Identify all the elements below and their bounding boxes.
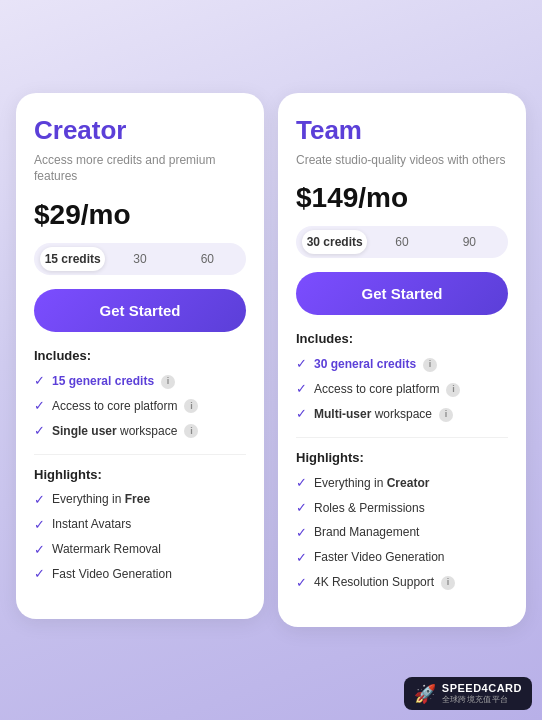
creator-includes-list: ✓15 general creditsi✓Access to core plat… (34, 373, 246, 440)
team-include-link-0[interactable]: 30 general credits (314, 357, 416, 371)
creator-bold-2: Single user (52, 424, 117, 438)
section-divider (34, 454, 246, 455)
team-plan-name: Team (296, 115, 508, 146)
checkmark-icon: ✓ (34, 517, 45, 534)
creator-get-started-button[interactable]: Get Started (34, 289, 246, 332)
team-include-text-2: Multi-user workspace (314, 407, 432, 423)
creator-includes-title: Includes: (34, 348, 246, 363)
creator-highlight-text-3: Fast Video Generation (52, 567, 172, 583)
creator-highlight-item-1: ✓Instant Avatars (34, 517, 246, 534)
creator-credit-option-2[interactable]: 60 (175, 247, 240, 271)
info-icon[interactable]: i (423, 358, 437, 372)
creator-highlight-bold-0: Free (125, 492, 150, 506)
creator-plan-desc: Access more credits and premium features (34, 152, 246, 186)
team-plan-desc: Create studio-quality videos with others (296, 152, 508, 169)
info-icon[interactable]: i (184, 399, 198, 413)
checkmark-icon: ✓ (34, 373, 45, 390)
checkmark-icon: ✓ (34, 542, 45, 559)
team-credit-option-0[interactable]: 30 credits (302, 230, 367, 254)
team-include-text-0: 30 general credits (314, 357, 416, 373)
creator-highlight-item-2: ✓Watermark Removal (34, 542, 246, 559)
creator-plan-price: $29/mo (34, 199, 246, 231)
section-divider (296, 437, 508, 438)
info-icon[interactable]: i (184, 424, 198, 438)
creator-highlights-title: Highlights: (34, 467, 246, 482)
checkmark-icon: ✓ (296, 356, 307, 373)
creator-include-text-1: Access to core platform (52, 399, 177, 415)
creator-credit-option-0[interactable]: 15 credits (40, 247, 105, 271)
creator-highlight-item-0: ✓Everything in Free (34, 492, 246, 509)
team-credits-selector[interactable]: 30 credits6090 (296, 226, 508, 258)
team-highlight-item-0: ✓Everything in Creator (296, 475, 508, 492)
info-icon[interactable]: i (446, 383, 460, 397)
info-icon[interactable]: i (161, 375, 175, 389)
team-plan-price: $149/mo (296, 182, 508, 214)
watermark-sub: 全球跨境充值平台 (442, 694, 522, 705)
creator-include-text-0: 15 general credits (52, 374, 154, 390)
team-includes-title: Includes: (296, 331, 508, 346)
creator-include-text-2: Single user workspace (52, 424, 177, 440)
info-icon[interactable]: i (441, 576, 455, 590)
watermark-badge: 🚀 SPEED4CARD 全球跨境充值平台 (404, 677, 532, 710)
creator-credit-option-1[interactable]: 30 (107, 247, 172, 271)
team-highlight-bold-0: Creator (387, 476, 430, 490)
team-highlight-text-3: Faster Video Generation (314, 550, 445, 566)
team-include-item-0: ✓30 general creditsi (296, 356, 508, 373)
team-highlight-item-4: ✓4K Resolution Supporti (296, 575, 508, 592)
creator-include-item-2: ✓Single user workspacei (34, 423, 246, 440)
card-creator: CreatorAccess more credits and premium f… (16, 93, 264, 620)
watermark-icon: 🚀 (414, 683, 436, 705)
team-highlight-item-3: ✓Faster Video Generation (296, 550, 508, 567)
card-team: TeamCreate studio-quality videos with ot… (278, 93, 526, 628)
creator-highlight-item-3: ✓Fast Video Generation (34, 566, 246, 583)
checkmark-icon: ✓ (296, 550, 307, 567)
team-get-started-button[interactable]: Get Started (296, 272, 508, 315)
team-include-item-1: ✓Access to core platformi (296, 381, 508, 398)
checkmark-icon: ✓ (34, 423, 45, 440)
pricing-cards: CreatorAccess more credits and premium f… (0, 77, 542, 644)
team-highlights-list: ✓Everything in Creator✓Roles & Permissio… (296, 475, 508, 591)
team-highlight-text-0: Everything in Creator (314, 476, 429, 492)
team-credit-option-1[interactable]: 60 (369, 230, 434, 254)
checkmark-icon: ✓ (296, 406, 307, 423)
checkmark-icon: ✓ (296, 575, 307, 592)
creator-include-item-1: ✓Access to core platformi (34, 398, 246, 415)
team-include-text-1: Access to core platform (314, 382, 439, 398)
checkmark-icon: ✓ (296, 525, 307, 542)
info-icon[interactable]: i (439, 408, 453, 422)
creator-credits-selector[interactable]: 15 credits3060 (34, 243, 246, 275)
checkmark-icon: ✓ (34, 398, 45, 415)
team-bold-2: Multi-user (314, 407, 371, 421)
team-highlight-text-2: Brand Management (314, 525, 419, 541)
team-highlight-text-1: Roles & Permissions (314, 501, 425, 517)
creator-include-link-0[interactable]: 15 general credits (52, 374, 154, 388)
creator-highlights-list: ✓Everything in Free✓Instant Avatars✓Wate… (34, 492, 246, 584)
checkmark-icon: ✓ (34, 492, 45, 509)
checkmark-icon: ✓ (296, 475, 307, 492)
team-highlight-item-2: ✓Brand Management (296, 525, 508, 542)
team-highlight-text-4: 4K Resolution Support (314, 575, 434, 591)
team-highlight-item-1: ✓Roles & Permissions (296, 500, 508, 517)
checkmark-icon: ✓ (296, 381, 307, 398)
team-includes-list: ✓30 general creditsi✓Access to core plat… (296, 356, 508, 423)
watermark-text: SPEED4CARD 全球跨境充值平台 (442, 682, 522, 705)
creator-plan-name: Creator (34, 115, 246, 146)
team-highlights-title: Highlights: (296, 450, 508, 465)
creator-include-item-0: ✓15 general creditsi (34, 373, 246, 390)
team-credit-option-2[interactable]: 90 (437, 230, 502, 254)
creator-highlight-text-2: Watermark Removal (52, 542, 161, 558)
team-include-item-2: ✓Multi-user workspacei (296, 406, 508, 423)
checkmark-icon: ✓ (296, 500, 307, 517)
creator-highlight-text-1: Instant Avatars (52, 517, 131, 533)
watermark-main: SPEED4CARD (442, 682, 522, 694)
checkmark-icon: ✓ (34, 566, 45, 583)
creator-highlight-text-0: Everything in Free (52, 492, 150, 508)
